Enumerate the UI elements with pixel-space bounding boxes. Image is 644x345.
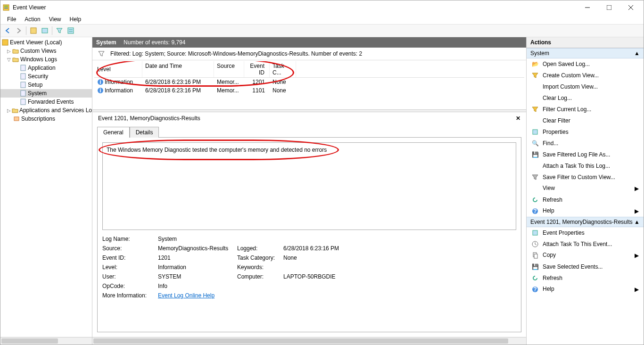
tree-application[interactable]: Application (0, 64, 92, 72)
svg-rect-4 (607, 5, 611, 10)
center-scrollbar[interactable] (92, 337, 526, 345)
tree-windows-logs[interactable]: ▽ Windows Logs (0, 55, 92, 64)
col-source[interactable]: Source (214, 61, 244, 77)
log-icon (19, 73, 27, 80)
filter-button[interactable] (54, 25, 65, 36)
action-find[interactable]: 🔍Find... (527, 138, 644, 149)
label-taskcat: Task Category: (237, 255, 280, 261)
action-save-filtered[interactable]: 💾Save Filtered Log File As... (527, 149, 644, 160)
submenu-arrow-icon: ▶ (635, 208, 639, 214)
app-icon (2, 4, 10, 11)
log-icon (19, 81, 27, 89)
menu-view[interactable]: View (45, 15, 65, 24)
help-icon: ? (531, 286, 539, 293)
val-taskcat: None (283, 255, 378, 261)
action-help2[interactable]: ?Help▶ (527, 284, 644, 295)
svg-text:?: ? (533, 208, 537, 214)
action-filter-log[interactable]: Filter Current Log... (527, 104, 644, 115)
minimize-button[interactable] (577, 0, 598, 15)
action-attach-event-task[interactable]: Attach Task To This Event... (527, 238, 644, 250)
action-open-saved-log[interactable]: 📂Open Saved Log... (527, 58, 644, 70)
collapse-icon[interactable]: ▲ (634, 50, 640, 57)
tree-scrollbar[interactable] (0, 337, 92, 345)
action-save-selected[interactable]: 💾Save Selected Events... (527, 261, 644, 272)
task-icon (531, 162, 539, 170)
forward-button[interactable] (14, 25, 24, 36)
date-text: 6/28/2018 6:23:16 PM (142, 86, 214, 95)
event-log-help-link[interactable]: Event Log Online Help (158, 292, 215, 299)
action-create-custom-view[interactable]: Create Custom View... (527, 70, 644, 81)
tree-subscriptions[interactable]: Subscriptions (0, 115, 92, 123)
action-event-properties[interactable]: Event Properties (527, 227, 644, 238)
val-logname: System (158, 236, 233, 242)
label-moreinfo: More Information: (102, 292, 154, 299)
log-icon (19, 98, 27, 106)
toolbar-separator (26, 26, 26, 35)
menu-help[interactable]: Help (66, 15, 85, 24)
folder-icon (11, 107, 18, 114)
val-opcode: Info (158, 283, 233, 289)
tree-root[interactable]: Event Viewer (Local) (0, 38, 92, 47)
svg-rect-31 (534, 254, 537, 258)
col-task[interactable]: Task C... (270, 61, 296, 77)
tree-custom-views[interactable]: ▷ Custom Views (0, 47, 92, 55)
event-row[interactable]: iInformation 6/28/2018 6:23:16 PM Memor.… (94, 78, 524, 86)
tree-setup[interactable]: Setup (0, 81, 92, 89)
expand-icon[interactable]: ▷ (6, 49, 12, 54)
menu-file[interactable]: File (3, 15, 20, 24)
close-button[interactable] (620, 0, 642, 15)
detail-close-icon[interactable]: ✕ (516, 115, 520, 122)
event-list-header: Level Date and Time Source Event ID Task… (94, 61, 524, 78)
date-text: 6/28/2018 6:23:16 PM (142, 78, 214, 86)
toolbar-separator (52, 26, 52, 35)
action-save-custom-view[interactable]: Save Filter to Custom View... (527, 172, 644, 183)
import-icon (531, 83, 539, 90)
tree-label: Subscriptions (21, 115, 55, 122)
action-refresh[interactable]: Refresh (527, 194, 644, 205)
maximize-button[interactable] (598, 0, 620, 15)
tree-forwarded[interactable]: Forwarded Events (0, 98, 92, 106)
tree-system[interactable]: System (0, 89, 92, 98)
action-refresh2[interactable]: Refresh (527, 272, 644, 284)
actions-group-system[interactable]: System ▲ (527, 48, 644, 58)
task-text: None (270, 78, 296, 86)
menu-action[interactable]: Action (21, 15, 44, 24)
val-level: Information (158, 264, 233, 271)
col-eventid[interactable]: Event ID (244, 61, 270, 77)
actions-group-event[interactable]: Event 1201, MemoryDiagnostics-Results ▲ (527, 217, 644, 227)
tree-label: Event Viewer (Local) (10, 39, 62, 46)
action-view[interactable]: View▶ (527, 183, 644, 194)
col-date[interactable]: Date and Time (142, 61, 214, 77)
event-row[interactable]: iInformation 6/28/2018 6:23:16 PM Memor.… (94, 86, 524, 95)
tab-details[interactable]: Details (130, 127, 159, 138)
action-help[interactable]: ?Help▶ (527, 205, 644, 217)
tree-pane[interactable]: Event Viewer (Local) ▷ Custom Views ▽ Wi… (0, 37, 92, 345)
event-message: The Windows Memory Diagnostic tested the… (102, 142, 516, 230)
action-clear-filter[interactable]: Clear Filter (527, 115, 644, 126)
event-viewer-window: Event Viewer File Action View Help Event… (0, 0, 644, 345)
properties-button[interactable] (40, 25, 50, 36)
tree-services-logs[interactable]: ▷ Applications and Services Lo (0, 106, 92, 115)
action-clear-log[interactable]: Clear Log... (527, 92, 644, 104)
action-copy[interactable]: Copy▶ (527, 250, 644, 261)
folder-open-icon: 📂 (531, 60, 539, 68)
action-attach-task[interactable]: Attach a Task To this Log... (527, 160, 644, 172)
collapse-icon[interactable]: ▽ (6, 57, 12, 62)
svg-rect-17 (21, 99, 25, 105)
tab-general[interactable]: General (97, 127, 130, 138)
val-user: SYSTEM (158, 273, 233, 280)
event-list[interactable]: Level Date and Time Source Event ID Task… (94, 61, 524, 108)
tree-security[interactable]: Security (0, 72, 92, 81)
info-icon: i (97, 87, 104, 94)
action-properties[interactable]: Properties (527, 126, 644, 138)
col-level[interactable]: Level (94, 61, 142, 77)
collapse-icon[interactable]: ▲ (634, 219, 640, 225)
show-tree-button[interactable] (28, 25, 39, 36)
expand-icon[interactable]: ▷ (6, 108, 11, 113)
svg-rect-16 (21, 90, 25, 96)
window-controls (577, 0, 642, 15)
back-button[interactable] (2, 25, 13, 36)
action-import-custom-view[interactable]: Import Custom View... (527, 81, 644, 92)
list-button[interactable] (66, 25, 76, 36)
log-icon (19, 90, 27, 97)
